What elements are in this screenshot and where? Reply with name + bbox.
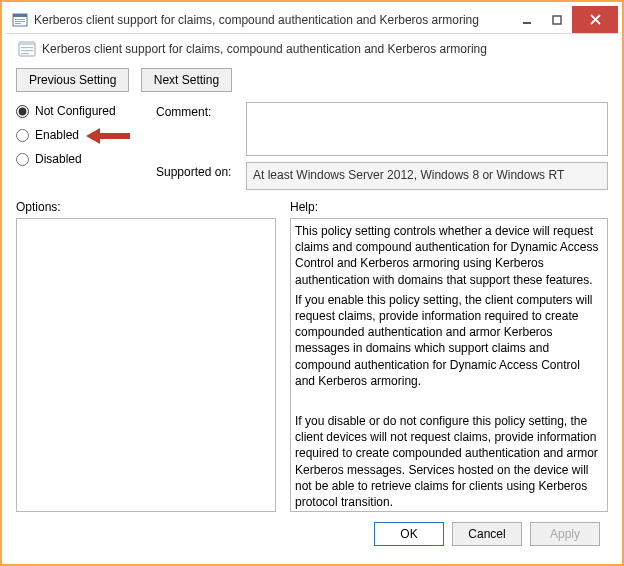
radio-not-configured-label: Not Configured [35,104,116,118]
svg-rect-4 [15,23,21,24]
window-title: Kerberos client support for claims, comp… [34,13,512,27]
options-heading: Options: [16,200,276,214]
svg-rect-9 [21,47,33,48]
supported-row: Supported on: At least Windows Server 20… [156,162,608,190]
svg-rect-8 [19,42,35,45]
window-buttons [512,6,618,33]
policy-header: Kerberos client support for claims, comp… [16,40,608,58]
policy-icon [18,40,36,58]
radio-enabled-input[interactable] [16,129,29,142]
supported-label: Supported on: [156,162,236,179]
radio-enabled-label: Enabled [35,128,79,142]
state-radio-group: Not Configured Enabled Disabled [16,102,146,190]
policy-system-icon [12,12,28,28]
ok-button[interactable]: OK [374,522,444,546]
policy-title: Kerberos client support for claims, comp… [42,42,487,56]
lower-panels: Options: Help: This policy setting contr… [16,200,608,512]
supported-on-text: At least Windows Server 2012, Windows 8 … [246,162,608,190]
help-paragraph: This policy setting controls whether a d… [295,223,603,288]
help-paragraph: If you enable this policy setting, the c… [295,292,603,389]
svg-rect-6 [553,16,561,24]
help-column: Help: This policy setting controls wheth… [290,200,608,512]
comment-row: Comment: [156,102,608,156]
help-paragraph: If you disable or do not configure this … [295,413,603,510]
titlebar: Kerberos client support for claims, comp… [6,6,618,34]
previous-setting-button[interactable]: Previous Setting [16,68,129,92]
comment-input[interactable] [246,102,608,156]
options-column: Options: [16,200,276,512]
callout-arrow-icon [86,126,130,149]
comment-label: Comment: [156,102,236,119]
config-grid: Not Configured Enabled Disabled [16,102,608,190]
radio-disabled[interactable]: Disabled [16,152,146,166]
svg-rect-1 [13,14,27,17]
dialog-footer: OK Cancel Apply [16,512,608,550]
radio-disabled-label: Disabled [35,152,82,166]
svg-rect-2 [15,19,25,20]
help-heading: Help: [290,200,608,214]
apply-button[interactable]: Apply [530,522,600,546]
radio-not-configured-input[interactable] [16,105,29,118]
close-button[interactable] [572,6,618,33]
next-setting-button[interactable]: Next Setting [141,68,232,92]
radio-not-configured[interactable]: Not Configured [16,104,146,118]
maximize-button[interactable] [542,6,572,33]
fields-column: Comment: Supported on: At least Windows … [156,102,608,190]
svg-rect-5 [523,22,531,24]
content-area: Kerberos client support for claims, comp… [6,34,618,560]
svg-rect-11 [21,53,29,54]
svg-rect-10 [21,50,33,51]
help-paragraph [295,393,603,409]
options-panel[interactable] [16,218,276,512]
svg-rect-3 [15,21,25,22]
minimize-button[interactable] [512,6,542,33]
radio-disabled-input[interactable] [16,153,29,166]
nav-buttons: Previous Setting Next Setting [16,68,608,92]
cancel-button[interactable]: Cancel [452,522,522,546]
policy-editor-window: Kerberos client support for claims, comp… [6,6,618,560]
help-panel[interactable]: This policy setting controls whether a d… [290,218,608,512]
